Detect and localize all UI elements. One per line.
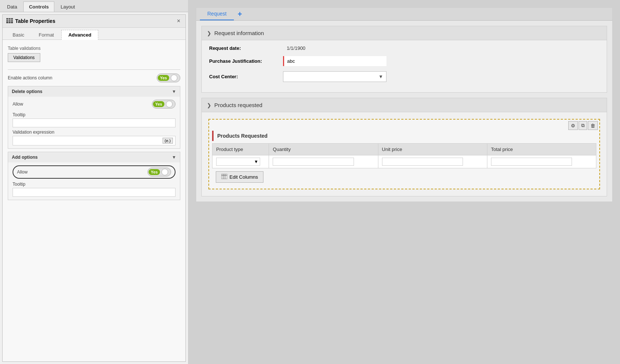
form-tab-bar: Request + xyxy=(196,8,612,21)
table-props-label: Table Properties xyxy=(15,18,55,24)
cost-center-dropdown[interactable]: ▼ xyxy=(283,71,386,82)
toggle-yes-label: Yes xyxy=(158,75,169,81)
products-requested-section: ❯ Products requested ⚙ ⧉ 🗑 Products Req xyxy=(201,98,607,196)
right-panel: Request + ❯ Request information Request … xyxy=(188,0,620,364)
cell-quantity xyxy=(269,155,378,168)
delete-options-header[interactable]: Delete options ▼ xyxy=(8,86,180,97)
add-options-header[interactable]: Add options ▼ xyxy=(8,152,180,162)
table-title: Products Requested xyxy=(217,133,268,139)
validations-button[interactable]: Validations xyxy=(8,53,40,62)
table-props-title: Table Properties xyxy=(6,18,55,24)
delete-options-body: Allow Yes Tooltip Validation expression … xyxy=(8,97,180,148)
delete-options-title: Delete options xyxy=(12,89,42,94)
col-product-type: Product type xyxy=(212,144,269,155)
products-data-table: Product type Quantity Unit price Total p… xyxy=(212,143,596,168)
tooltip-input[interactable] xyxy=(13,119,176,127)
request-info-chevron: ❯ xyxy=(207,30,211,36)
table-props-header: Table Properties × xyxy=(3,15,185,28)
add-allow-highlighted-row: Allow Yes xyxy=(13,165,176,179)
form-container: Request + ❯ Request information Request … xyxy=(196,7,613,202)
cell-total-price xyxy=(487,155,596,168)
table-toolbar: ⚙ ⧉ 🗑 xyxy=(568,121,598,130)
quantity-input[interactable] xyxy=(273,158,354,166)
top-tabs: Data Controls Layout xyxy=(0,0,188,12)
edit-columns-button[interactable]: Edit Columns xyxy=(216,171,263,183)
table-settings-button[interactable]: ⚙ xyxy=(568,121,578,130)
cost-center-label: Cost Center: xyxy=(209,74,283,79)
delete-options-arrow: ▼ xyxy=(172,89,176,94)
tab-request[interactable]: Request xyxy=(200,8,234,20)
close-button[interactable]: × xyxy=(176,18,182,24)
table-icon xyxy=(6,18,13,24)
add-tab-button[interactable]: + xyxy=(235,9,244,19)
request-info-header[interactable]: ❯ Request information xyxy=(202,26,607,40)
table-delete-button[interactable]: 🗑 xyxy=(588,121,598,130)
validation-expr-label: Validation expression xyxy=(13,130,176,135)
add-options-body: Allow Yes Tooltip xyxy=(8,162,180,200)
table-inner: Products Requested Product type Quantity… xyxy=(209,120,599,189)
add-toggle-yes: Yes xyxy=(149,169,160,175)
delete-allow-label: Allow xyxy=(13,102,23,107)
table-copy-button[interactable]: ⧉ xyxy=(579,121,587,130)
products-table-container: ⚙ ⧉ 🗑 Products Requested xyxy=(208,119,600,189)
request-date-value: 1/1/1900 xyxy=(287,45,306,51)
cell-unit-price xyxy=(378,155,487,168)
tab-data[interactable]: Data xyxy=(1,1,23,12)
delete-toggle-yes: Yes xyxy=(153,101,164,107)
add-options-arrow: ▼ xyxy=(172,155,176,160)
enable-actions-label: Enable actions column xyxy=(8,75,52,80)
purchase-justification-input[interactable] xyxy=(283,56,386,66)
tab-format[interactable]: Format xyxy=(32,30,61,40)
add-allow-label: Allow xyxy=(17,169,28,175)
delete-allow-toggle[interactable]: Yes xyxy=(152,100,176,109)
edit-columns-label: Edit Columns xyxy=(229,174,258,180)
request-info-title: Request information xyxy=(214,30,264,36)
add-toggle-knob xyxy=(161,169,168,175)
purchase-justification-label: Purchase Justification: xyxy=(209,58,283,64)
sub-tabs: Basic Format Advanced xyxy=(3,28,185,40)
product-type-select[interactable]: ▼ xyxy=(216,158,260,166)
product-type-arrow: ▼ xyxy=(254,159,258,164)
table-title-row: Products Requested xyxy=(212,131,596,141)
edit-columns-icon xyxy=(221,174,227,180)
total-price-input[interactable] xyxy=(491,158,572,166)
products-requested-header[interactable]: ❯ Products requested xyxy=(202,98,607,112)
divider-1 xyxy=(8,69,180,70)
cost-center-row: Cost Center: ▼ xyxy=(209,71,599,82)
products-table-wrapper: ⚙ ⧉ 🗑 Products Requested xyxy=(206,117,602,192)
products-chevron: ❯ xyxy=(207,102,211,108)
table-validations-label: Table validations xyxy=(8,46,180,51)
tab-advanced[interactable]: Advanced xyxy=(61,30,98,40)
request-info-fields: Request date: 1/1/1900 Purchase Justific… xyxy=(202,40,607,92)
table-header-row: Product type Quantity Unit price Total p… xyxy=(212,144,596,155)
panel-content: Table validations Validations Enable act… xyxy=(3,40,185,361)
expr-button[interactable]: (e.) xyxy=(163,138,173,144)
tab-controls[interactable]: Controls xyxy=(23,1,54,12)
left-panel: Data Controls Layout Table Properties × xyxy=(0,0,188,364)
add-allow-toggle[interactable]: Yes xyxy=(147,168,171,176)
purchase-justification-row: Purchase Justification: xyxy=(209,56,599,66)
enable-actions-toggle[interactable]: Yes xyxy=(157,73,180,82)
add-tooltip-input[interactable] xyxy=(13,188,176,197)
tab-basic[interactable]: Basic xyxy=(6,30,31,40)
add-options-section: Add options ▼ Allow Yes Tooltip xyxy=(8,152,180,200)
unit-price-input[interactable] xyxy=(382,158,463,166)
col-total-price: Total price xyxy=(487,144,596,155)
tooltip-label: Tooltip xyxy=(13,112,176,117)
cell-product-type: ▼ xyxy=(212,155,269,168)
add-tooltip-label: Tooltip xyxy=(13,182,176,187)
col-quantity: Quantity xyxy=(269,144,378,155)
delete-allow-row: Allow Yes xyxy=(13,100,176,109)
toggle-knob xyxy=(171,75,177,81)
add-options-title: Add options xyxy=(12,155,38,160)
tab-layout[interactable]: Layout xyxy=(55,1,81,12)
col-unit-price: Unit price xyxy=(378,144,487,155)
validation-expr-container: (e.) xyxy=(13,136,176,145)
table-row: ▼ xyxy=(212,155,596,168)
table-properties-box: Table Properties × Basic Format Advanced… xyxy=(2,14,186,362)
enable-actions-row: Enable actions column Yes xyxy=(8,73,180,82)
request-info-section: ❯ Request information Request date: 1/1/… xyxy=(201,26,607,93)
request-date-row: Request date: 1/1/1900 xyxy=(209,45,599,51)
svg-rect-0 xyxy=(6,18,13,23)
dropdown-arrow-icon: ▼ xyxy=(378,74,383,79)
